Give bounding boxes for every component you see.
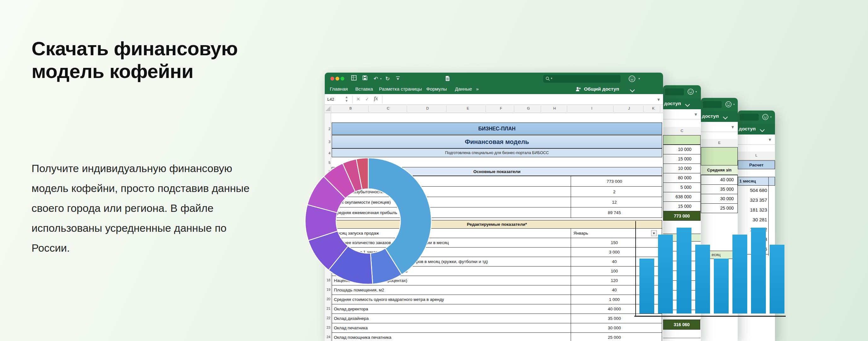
feedback-smiley-icon[interactable]	[725, 101, 733, 108]
share-chevron-icon[interactable]	[686, 102, 689, 107]
share-button[interactable]: Общий доступ	[584, 86, 619, 92]
cell-value[interactable]: 15 000	[666, 204, 691, 209]
undo-icon[interactable]: ↶	[374, 75, 378, 82]
selected-cell[interactable]	[701, 147, 738, 166]
cell-value[interactable]: 30 000	[571, 323, 658, 333]
row-number-2[interactable]: 2	[325, 127, 331, 131]
row-number-3[interactable]: 3	[325, 140, 331, 144]
cell-row: 10 000	[663, 145, 701, 154]
document-icon	[445, 76, 450, 82]
cell-value[interactable]: 12	[571, 197, 658, 207]
collapsed-search-box[interactable]	[665, 88, 684, 95]
row-number-24[interactable]: 24	[325, 335, 331, 339]
menu-tab-1[interactable]: Главная	[330, 86, 348, 91]
feedback-smiley-icon[interactable]	[687, 88, 694, 96]
confirm-entry-icon[interactable]: ✓	[365, 96, 369, 102]
cell-value[interactable]: 10 000	[666, 147, 691, 152]
column-header-row: C	[663, 127, 701, 136]
column-header-B[interactable]: B	[347, 106, 354, 110]
cell-value[interactable]: 89 745	[571, 207, 658, 218]
zoom-button[interactable]	[341, 77, 344, 81]
row-number-23[interactable]: 23	[325, 325, 331, 329]
minimize-button[interactable]	[336, 77, 339, 81]
formula-bar-caret-icon[interactable]: ▼	[732, 125, 734, 129]
column-header-K[interactable]: K	[650, 106, 656, 110]
selected-cell[interactable]	[663, 135, 701, 145]
formula-input[interactable]	[382, 94, 654, 105]
menu-bar: Общий доступ	[738, 124, 775, 135]
menu-tab-6[interactable]: »	[476, 86, 478, 91]
cell-value[interactable]: 638 000	[666, 194, 691, 199]
row-label: Средняя стоимость одного квадратного мет…	[334, 295, 570, 304]
smiley-caret-icon[interactable]: ▾	[770, 116, 772, 118]
share-person-icon[interactable]	[576, 86, 582, 92]
workbook-grid-icon[interactable]	[351, 75, 358, 82]
cell-value[interactable]: 181 323	[738, 207, 767, 212]
cell-value[interactable]: 323 357	[738, 197, 767, 203]
column-header-D[interactable]: D	[424, 106, 431, 110]
collapsed-search-box[interactable]	[740, 114, 758, 121]
cell-value[interactable]: 5 000	[666, 185, 691, 190]
name-box[interactable]: L42	[327, 96, 346, 103]
column-header-J[interactable]: J	[626, 106, 632, 110]
cell-value[interactable]: 30 000	[709, 196, 734, 201]
formula-bar-caret-icon[interactable]: ▼	[657, 98, 660, 101]
name-box-stepper[interactable]: ▲ ▼	[346, 95, 347, 103]
column-header-G[interactable]: G	[525, 106, 532, 110]
share-button-clipped[interactable]: Общий доступ	[738, 126, 756, 132]
highlight-cell-bottom[interactable]: 316 060	[663, 319, 700, 330]
column-header-L[interactable]: L	[738, 153, 775, 157]
save-icon[interactable]	[362, 75, 369, 82]
column-header-H[interactable]: H	[552, 106, 558, 110]
cell-value[interactable]: 25 000	[709, 205, 734, 210]
row-number-19[interactable]: 19	[325, 288, 331, 291]
row-number-21[interactable]: 21	[325, 307, 331, 310]
cell-value[interactable]: 15 000	[666, 156, 691, 161]
row-number-20[interactable]: 20	[325, 297, 331, 301]
share-button-clipped[interactable]: Общий доступ	[701, 113, 719, 119]
cell-value[interactable]: 773 000	[571, 176, 658, 186]
bar-1	[640, 259, 654, 314]
cell-value[interactable]: 35 000	[709, 187, 734, 192]
smiley-caret-icon[interactable]: ▾	[695, 90, 697, 93]
cell-value[interactable]: 40 000	[709, 177, 734, 182]
menu-tab-5[interactable]: Данные	[455, 86, 472, 91]
undo-caret-icon[interactable]: ▾	[380, 77, 381, 80]
column-header-I[interactable]: I	[589, 106, 595, 110]
row-number-22[interactable]: 22	[325, 316, 331, 320]
cell-value[interactable]: 2	[571, 187, 658, 197]
ribbon-collapse-icon[interactable]	[396, 76, 400, 81]
feedback-smiley-icon[interactable]	[762, 113, 769, 121]
column-header-E[interactable]: E	[701, 141, 738, 145]
cell-row: 323 357	[738, 195, 768, 205]
share-chevron-icon[interactable]	[761, 127, 764, 133]
share-chevron-icon[interactable]	[630, 87, 634, 93]
share-button-clipped[interactable]: Общий доступ	[663, 101, 681, 106]
cell-value[interactable]: 504 680	[738, 188, 767, 193]
smiley-caret-icon[interactable]: ▾	[733, 103, 735, 106]
menu-tab-4[interactable]: Формулы	[426, 86, 447, 91]
cell-row: 25 000	[701, 203, 738, 213]
select-all-corner[interactable]	[326, 106, 331, 111]
column-header-E[interactable]: E	[465, 106, 471, 110]
menu-tab-3[interactable]: Разметка страницы	[379, 86, 422, 91]
formula-bar-caret-icon[interactable]: ▼	[694, 113, 697, 116]
cell-value[interactable]: 80 000	[666, 175, 691, 180]
smiley-caret-icon[interactable]: ▾	[639, 77, 640, 80]
fx-icon[interactable]: fx	[374, 95, 378, 102]
share-chevron-icon[interactable]	[723, 114, 727, 120]
close-button[interactable]	[331, 77, 334, 81]
search-caret-icon: ▾	[551, 77, 552, 80]
sheet-search-input[interactable]: ▾	[543, 75, 620, 83]
formula-bar-caret-icon[interactable]: ▼	[769, 138, 771, 141]
feedback-smiley-icon[interactable]	[628, 75, 636, 83]
cell-value[interactable]: 10 000	[666, 166, 691, 171]
collapsed-search-box[interactable]	[703, 101, 722, 108]
column-header-C[interactable]: C	[385, 106, 391, 110]
redo-icon[interactable]: ↻	[385, 75, 390, 82]
column-header-C[interactable]: C	[663, 129, 701, 133]
cell-value[interactable]: 25 000	[571, 333, 658, 341]
menu-tab-2[interactable]: Вставка	[355, 86, 373, 91]
cancel-entry-icon[interactable]: ✕	[356, 96, 361, 102]
column-header-F[interactable]: F	[498, 106, 504, 110]
